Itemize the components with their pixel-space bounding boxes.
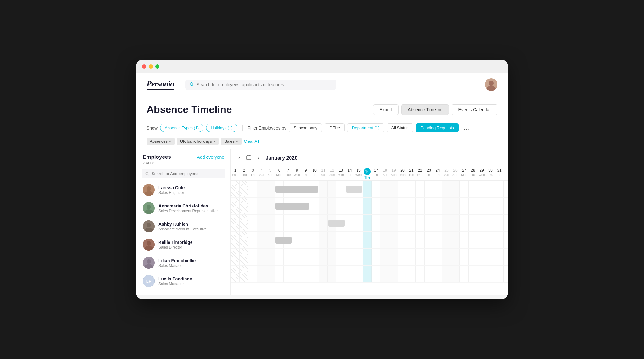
calendar-cell[interactable]	[451, 215, 460, 231]
close-btn[interactable]	[142, 64, 146, 69]
calendar-cell[interactable]	[240, 249, 248, 265]
calendar-cell[interactable]	[442, 215, 451, 231]
absence-bar[interactable]	[275, 203, 309, 210]
calendar-cell[interactable]	[451, 198, 460, 214]
maximize-btn[interactable]	[155, 64, 159, 69]
calendar-cell[interactable]	[469, 232, 477, 248]
calendar-cell[interactable]	[416, 249, 425, 265]
calendar-cell[interactable]	[425, 232, 433, 248]
calendar-cell[interactable]	[248, 198, 257, 214]
calendar-cell[interactable]	[486, 215, 495, 231]
calendar-cell[interactable]	[301, 249, 310, 265]
calendar-cell[interactable]	[469, 266, 477, 282]
calendar-cell[interactable]	[380, 181, 389, 197]
calendar-cell[interactable]	[240, 232, 248, 248]
calendar-cell[interactable]	[275, 266, 284, 282]
absence-bar[interactable]	[275, 186, 318, 193]
export-button[interactable]: Export	[373, 104, 399, 115]
calendar-cell[interactable]	[416, 198, 425, 214]
calendar-cell[interactable]	[275, 215, 284, 231]
calendar-cell[interactable]	[257, 198, 266, 214]
calendar-cell[interactable]	[336, 266, 345, 282]
calendar-cell[interactable]	[389, 232, 398, 248]
calendar-cell[interactable]	[495, 198, 504, 214]
calendar-cell[interactable]	[460, 215, 469, 231]
calendar-cell[interactable]	[398, 232, 407, 248]
calendar-cell[interactable]	[469, 249, 477, 265]
calendar-cell[interactable]	[363, 215, 372, 231]
calendar-cell[interactable]	[292, 266, 301, 282]
subcompany-filter[interactable]: Subcompany	[289, 123, 322, 132]
calendar-cell[interactable]	[240, 181, 248, 197]
calendar-cell[interactable]	[257, 232, 266, 248]
calendar-cell[interactable]	[301, 232, 310, 248]
calendar-cell[interactable]	[248, 215, 257, 231]
calendar-cell[interactable]	[389, 198, 398, 214]
calendar-cell[interactable]	[354, 249, 363, 265]
calendar-cell[interactable]	[442, 249, 451, 265]
calendar-cell[interactable]	[380, 215, 389, 231]
calendar-cell[interactable]	[380, 266, 389, 282]
calendar-cell[interactable]	[442, 232, 451, 248]
calendar-cell[interactable]	[363, 198, 372, 214]
calendar-cell[interactable]	[398, 198, 407, 214]
employee-list-item[interactable]: Ashby Kuhlen Associate Account Executive	[136, 217, 230, 235]
calendar-cell[interactable]	[310, 215, 319, 231]
calendar-cell[interactable]	[310, 232, 319, 248]
calendar-cell[interactable]	[407, 266, 416, 282]
remove-sales-tag[interactable]: ×	[236, 139, 238, 144]
remove-uk-holidays-tag[interactable]: ×	[213, 139, 216, 144]
calendar-cell[interactable]	[292, 249, 301, 265]
calendar-cell[interactable]	[284, 215, 292, 231]
calendar-cell[interactable]	[425, 266, 433, 282]
calendar-cell[interactable]	[486, 249, 495, 265]
calendar-cell[interactable]	[301, 215, 310, 231]
calendar-cell[interactable]	[354, 232, 363, 248]
calendar-cell[interactable]	[451, 249, 460, 265]
employee-list-item[interactable]: Lilian Franchiellie Sales Manager	[136, 254, 230, 272]
calendar-cell[interactable]	[354, 215, 363, 231]
calendar-cell[interactable]	[310, 266, 319, 282]
employee-list-item[interactable]: Larissa Cole Sales Engineer	[136, 181, 230, 199]
calendar-cell[interactable]	[319, 215, 328, 231]
calendar-cell[interactable]	[477, 198, 486, 214]
absence-types-chip[interactable]: Absence Types (1)	[160, 124, 203, 132]
calendar-cell[interactable]	[248, 266, 257, 282]
calendar-cell[interactable]	[477, 249, 486, 265]
calendar-cell[interactable]	[336, 181, 345, 197]
clear-all-button[interactable]: Clear All	[244, 139, 259, 144]
calendar-cell[interactable]	[433, 181, 442, 197]
calendar-cell[interactable]	[266, 232, 275, 248]
calendar-cell[interactable]	[380, 232, 389, 248]
calendar-cell[interactable]	[425, 198, 433, 214]
calendar-cell[interactable]	[328, 198, 336, 214]
calendar-cell[interactable]	[460, 198, 469, 214]
calendar-cell[interactable]	[248, 249, 257, 265]
calendar-cell[interactable]	[345, 232, 354, 248]
calendar-cell[interactable]	[495, 215, 504, 231]
calendar-cell[interactable]	[231, 232, 240, 248]
calendar-cell[interactable]	[372, 198, 380, 214]
calendar-cell[interactable]	[240, 198, 248, 214]
employee-list-item[interactable]: Kellie Timbridge Sales Director	[136, 235, 230, 254]
all-status-filter[interactable]: All Status	[387, 123, 414, 132]
calendar-cell[interactable]	[284, 266, 292, 282]
calendar-cell[interactable]	[433, 215, 442, 231]
calendar-cell[interactable]	[345, 249, 354, 265]
calendar-cell[interactable]	[407, 232, 416, 248]
calendar-cell[interactable]	[284, 249, 292, 265]
calendar-cell[interactable]	[477, 181, 486, 197]
absence-bar[interactable]	[275, 237, 292, 244]
calendar-cell[interactable]	[407, 215, 416, 231]
office-filter[interactable]: Office	[325, 123, 345, 132]
calendar-cell[interactable]	[460, 181, 469, 197]
calendar-cell[interactable]	[310, 198, 319, 214]
calendar-cell[interactable]	[266, 215, 275, 231]
calendar-cell[interactable]	[266, 249, 275, 265]
calendar-cell[interactable]	[486, 232, 495, 248]
calendar-cell[interactable]	[231, 181, 240, 197]
calendar-cell[interactable]	[248, 181, 257, 197]
calendar-icon[interactable]	[246, 155, 251, 161]
calendar-cell[interactable]	[266, 181, 275, 197]
calendar-cell[interactable]	[257, 266, 266, 282]
